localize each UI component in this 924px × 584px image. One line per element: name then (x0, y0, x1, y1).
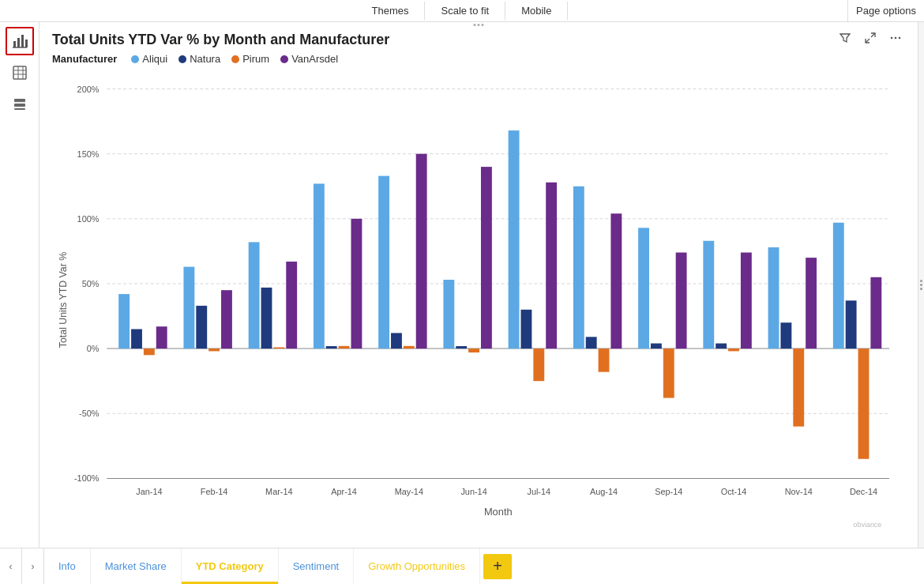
bar-group-jul: Jul-14 (509, 130, 557, 496)
tab-market-share[interactable]: Market Share (91, 548, 182, 584)
svg-rect-3 (25, 40, 28, 47)
svg-rect-52 (339, 346, 350, 349)
aliqui-label: Aliqui (142, 53, 167, 65)
tab-info-label: Info (58, 560, 76, 572)
legend-pirum: Pirum (231, 53, 269, 65)
tab-growth-opportunities[interactable]: Growth Opportunities (354, 548, 480, 584)
svg-text:Month: Month (484, 505, 513, 517)
svg-text:Jan-14: Jan-14 (136, 487, 162, 496)
bar-group-oct: Oct-14 (703, 241, 751, 496)
svg-rect-93 (870, 277, 881, 349)
chart-area: Total Units YTD Var % by Month and Manuf… (39, 22, 918, 548)
themes-button[interactable]: Themes (356, 2, 426, 20)
svg-rect-35 (118, 294, 130, 349)
svg-rect-55 (378, 176, 389, 349)
svg-rect-76 (651, 344, 662, 349)
svg-text:Sep-14: Sep-14 (655, 487, 682, 496)
tab-prev-button[interactable]: ‹ (0, 548, 22, 584)
svg-text:150%: 150% (77, 149, 100, 159)
svg-text:Feb-14: Feb-14 (201, 487, 227, 496)
tab-sentiment[interactable]: Sentiment (279, 548, 355, 584)
right-resize-handle[interactable] (918, 22, 924, 548)
tab-ytd-category[interactable]: YTD Category (182, 548, 279, 584)
add-tab-button[interactable]: + (483, 554, 512, 579)
svg-text:-100%: -100% (74, 473, 100, 483)
filter-icon[interactable] (836, 28, 855, 47)
expand-icon[interactable] (861, 28, 880, 47)
svg-rect-83 (741, 253, 752, 349)
svg-rect-36 (131, 329, 142, 349)
chart-svg: Total Units YTD Var % 200% 150% 100% 50%… (52, 73, 905, 527)
svg-rect-60 (443, 280, 454, 349)
svg-text:Aug-14: Aug-14 (590, 487, 618, 496)
legend-vanarsdel: VanArsdel (280, 53, 338, 65)
svg-rect-1 (17, 38, 20, 47)
sidebar-table[interactable] (6, 58, 34, 87)
svg-rect-11 (14, 104, 25, 107)
main-layout: Total Units YTD Var % by Month and Manuf… (0, 22, 924, 548)
svg-rect-67 (533, 349, 544, 381)
legend-natura: Natura (178, 53, 220, 65)
bar-group-jan: Jan-14 (118, 294, 167, 496)
tab-growth-label: Growth Opportunities (368, 560, 465, 572)
svg-rect-63 (481, 167, 492, 349)
svg-rect-90 (833, 223, 844, 349)
bar-group-apr: Apr-14 (314, 183, 362, 495)
chart-container: Total Units YTD Var % 200% 150% 100% 50%… (52, 73, 905, 527)
svg-text:Oct-14: Oct-14 (721, 487, 747, 496)
svg-text:May-14: May-14 (395, 487, 423, 496)
svg-rect-62 (468, 349, 479, 352)
left-sidebar (0, 22, 39, 548)
svg-rect-43 (221, 290, 232, 349)
svg-text:-50%: -50% (79, 409, 100, 418)
svg-point-16 (891, 37, 893, 40)
svg-rect-85 (768, 247, 779, 349)
sidebar-bar-chart[interactable] (6, 27, 34, 55)
vanarsdel-label: VanArsdel (291, 53, 338, 65)
tab-sentiment-label: Sentiment (293, 560, 340, 572)
svg-rect-82 (728, 349, 739, 351)
svg-rect-12 (14, 108, 25, 110)
svg-rect-50 (314, 183, 325, 349)
sidebar-layers[interactable] (6, 90, 34, 119)
svg-text:obviance: obviance (854, 521, 882, 527)
svg-rect-86 (780, 322, 791, 349)
svg-rect-72 (599, 349, 610, 372)
svg-rect-38 (156, 326, 167, 349)
natura-label: Natura (190, 53, 220, 65)
mobile-button[interactable]: Mobile (505, 2, 568, 20)
vanarsdel-dot (280, 55, 288, 63)
svg-rect-87 (793, 349, 804, 427)
legend-label: Manufacturer (52, 53, 117, 65)
tab-next-button[interactable]: › (22, 548, 44, 584)
svg-text:Dec-14: Dec-14 (850, 487, 877, 496)
svg-rect-61 (456, 346, 467, 349)
more-options-icon[interactable] (886, 28, 905, 47)
svg-rect-51 (326, 346, 337, 349)
bottom-tabs: ‹ › Info Market Share YTD Category Senti… (0, 548, 924, 584)
svg-text:Total Units YTD Var %: Total Units YTD Var % (58, 252, 69, 349)
svg-rect-58 (416, 154, 427, 349)
top-toolbar: Themes Scale to fit Mobile Page options (0, 0, 924, 22)
aliqui-dot (131, 55, 139, 63)
svg-rect-48 (286, 262, 297, 349)
bar-group-dec: Dec-14 (833, 223, 881, 496)
svg-rect-70 (573, 187, 584, 349)
svg-rect-47 (273, 347, 284, 349)
svg-rect-65 (509, 130, 520, 349)
pirum-dot (231, 55, 239, 63)
svg-text:Jul-14: Jul-14 (527, 487, 550, 496)
page-options-label[interactable]: Page options (856, 5, 916, 17)
svg-text:200%: 200% (77, 84, 100, 93)
svg-rect-73 (610, 213, 622, 349)
svg-rect-80 (703, 241, 714, 349)
tab-market-share-label: Market Share (105, 560, 167, 572)
drag-handle[interactable] (472, 22, 486, 28)
chart-legend: Manufacturer Aliqui Natura Pirum VanArsd… (52, 53, 905, 65)
scale-to-fit-button[interactable]: Scale to fit (425, 2, 505, 20)
svg-rect-45 (249, 242, 260, 349)
svg-text:Mar-14: Mar-14 (265, 487, 292, 496)
svg-text:Jun-14: Jun-14 (460, 487, 486, 496)
tab-info[interactable]: Info (44, 548, 91, 584)
legend-aliqui: Aliqui (131, 53, 167, 65)
